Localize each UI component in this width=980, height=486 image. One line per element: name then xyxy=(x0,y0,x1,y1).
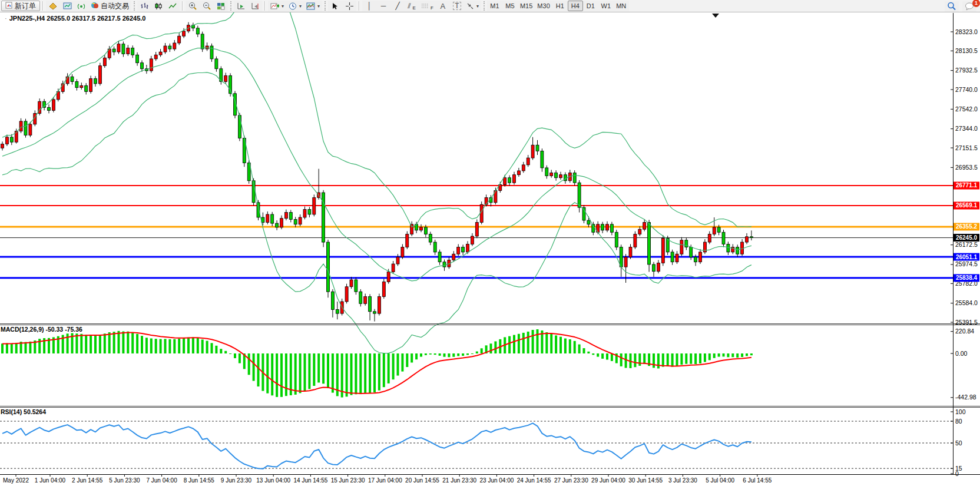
zoom-in-button[interactable] xyxy=(186,1,200,11)
svg-text:26245.0: 26245.0 xyxy=(956,234,978,241)
new-order-label: 新订单 xyxy=(15,1,36,11)
svg-text:25391.5: 25391.5 xyxy=(955,319,978,326)
svg-text:29 Jun 04:00: 29 Jun 04:00 xyxy=(591,477,625,484)
toolbar-separator xyxy=(359,1,360,11)
symbol-marker-icon: · xyxy=(5,15,7,22)
styler-button[interactable] xyxy=(46,1,60,11)
chevron-down-icon: ▾ xyxy=(282,4,284,9)
svg-text:27344.0: 27344.0 xyxy=(955,125,978,132)
new-order-button[interactable]: 新订单 xyxy=(1,1,40,11)
timeframe-m15-button[interactable]: M15 xyxy=(518,1,535,11)
timeframe-h4-button[interactable]: H4 xyxy=(568,1,583,11)
channel-sub-label: E xyxy=(413,5,416,11)
svg-text:25974.5: 25974.5 xyxy=(955,260,978,267)
tile-windows-icon xyxy=(217,2,225,10)
svg-text:14 Jun 14:55: 14 Jun 14:55 xyxy=(293,477,327,484)
svg-text:30 Jun 14:55: 30 Jun 14:55 xyxy=(628,477,663,484)
chevron-down-icon: ▾ xyxy=(476,4,479,9)
toolbar-grip xyxy=(325,1,326,11)
svg-text:15 Jun 23:30: 15 Jun 23:30 xyxy=(331,477,365,484)
chart-shift-icon xyxy=(251,2,260,10)
terminal-window: 新订单 自动交易 xyxy=(0,0,980,486)
svg-text:27151.5: 27151.5 xyxy=(955,144,978,151)
signals-button[interactable] xyxy=(74,1,88,11)
timeframe-d1-button[interactable]: D1 xyxy=(583,1,598,11)
svg-text:3 Jul 23:30: 3 Jul 23:30 xyxy=(668,477,697,484)
notifications-button[interactable]: 1 xyxy=(962,1,976,12)
line-chart-button[interactable] xyxy=(165,1,180,11)
svg-text:13 Jun 04:00: 13 Jun 04:00 xyxy=(256,477,290,484)
candlestick-button[interactable] xyxy=(151,1,165,11)
svg-text:26172.5: 26172.5 xyxy=(955,241,978,248)
toolbar-grip xyxy=(230,1,231,11)
equidistant-channel-button[interactable]: ⫽E xyxy=(405,1,419,11)
svg-text:50: 50 xyxy=(955,439,962,447)
svg-text:80: 80 xyxy=(955,418,962,425)
svg-text:26051.1: 26051.1 xyxy=(956,254,978,260)
svg-text:0: 0 xyxy=(955,470,959,477)
zoom-out-button[interactable] xyxy=(200,1,214,11)
chevron-down-icon: ▾ xyxy=(299,4,302,9)
timeframe-m1-button[interactable]: M1 xyxy=(487,1,502,11)
auto-scroll-button[interactable] xyxy=(234,1,248,11)
svg-text:27740.0: 27740.0 xyxy=(955,86,978,93)
periods-button[interactable]: ▾ xyxy=(286,1,304,11)
crosshair-button[interactable] xyxy=(342,1,356,11)
bar-chart-button[interactable] xyxy=(137,1,151,11)
horizontal-line-button[interactable]: ─ xyxy=(376,1,390,11)
timeframe-h1-button[interactable]: H1 xyxy=(552,1,568,11)
text-icon: A xyxy=(441,2,446,10)
zoom-in-icon xyxy=(188,2,197,10)
svg-text:-442.98: -442.98 xyxy=(955,394,976,401)
svg-text:9 Jun 23:30: 9 Jun 23:30 xyxy=(221,477,252,484)
zoom-out-icon xyxy=(203,2,211,10)
svg-text:24 Jun 14:55: 24 Jun 14:55 xyxy=(517,477,551,484)
fibonacci-icon xyxy=(421,3,429,9)
svg-text:26355.2: 26355.2 xyxy=(956,223,978,230)
templates-icon xyxy=(306,2,315,10)
toolbar-grip xyxy=(134,1,135,11)
timeframe-w1-button[interactable]: W1 xyxy=(598,1,614,11)
toolbar-separator xyxy=(264,1,266,11)
search-icon xyxy=(947,2,956,11)
auto-scroll-icon xyxy=(237,2,246,10)
svg-text:26771.1: 26771.1 xyxy=(956,182,978,189)
svg-text:1 Jun 04:00: 1 Jun 04:00 xyxy=(35,477,66,484)
svg-text:25838.4: 25838.4 xyxy=(956,275,978,281)
text-button[interactable]: A xyxy=(436,1,450,11)
arrows-button[interactable]: ▾ xyxy=(464,1,481,11)
timeframe-m30-button[interactable]: M30 xyxy=(535,1,552,11)
svg-text:28323.0: 28323.0 xyxy=(955,28,978,35)
trendline-button[interactable]: ╱ xyxy=(390,1,405,11)
autotrade-button[interactable]: 自动交易 xyxy=(88,1,131,11)
text-label-button[interactable]: T xyxy=(450,1,464,11)
svg-text:8 Jun 14:55: 8 Jun 14:55 xyxy=(184,477,215,484)
horizontal-line-icon: ─ xyxy=(381,2,386,9)
market-watch-button[interactable] xyxy=(60,1,74,11)
crosshair-icon xyxy=(346,2,353,10)
indicators-icon xyxy=(270,2,279,10)
svg-text:5 Jul 04:00: 5 Jul 04:00 xyxy=(706,477,734,484)
svg-text:27932.5: 27932.5 xyxy=(955,67,978,74)
svg-text:2 Jun 14:55: 2 Jun 14:55 xyxy=(72,477,103,484)
toolbar-grip xyxy=(484,1,485,11)
tile-windows-button[interactable] xyxy=(214,1,228,11)
trendline-icon: ╱ xyxy=(395,2,399,9)
templates-button[interactable]: ▾ xyxy=(304,1,322,11)
candlestick-icon xyxy=(154,2,163,10)
vertical-line-button[interactable]: │ xyxy=(362,1,376,11)
autotrade-label: 自动交易 xyxy=(101,1,129,11)
timeframe-mn-button[interactable]: MN xyxy=(614,1,629,11)
svg-text:5 Jun 23:30: 5 Jun 23:30 xyxy=(109,477,140,484)
timeframe-m5-button[interactable]: M5 xyxy=(502,1,518,11)
macd-indicator-label: MACD(12,26,9) -50.33 -75.36 xyxy=(1,326,82,333)
indicators-button[interactable]: ▾ xyxy=(268,1,286,11)
arrows-icon xyxy=(466,2,474,9)
cursor-button[interactable] xyxy=(328,1,342,11)
svg-text:21 Jun 23:30: 21 Jun 23:30 xyxy=(442,477,476,484)
search-button[interactable] xyxy=(945,1,959,12)
chart-canvas[interactable]: 28323.028130.527932.527740.027542.027344… xyxy=(0,0,980,486)
svg-text:100: 100 xyxy=(955,408,966,415)
chart-shift-button[interactable] xyxy=(248,1,262,11)
fibonacci-button[interactable]: F xyxy=(419,1,436,11)
